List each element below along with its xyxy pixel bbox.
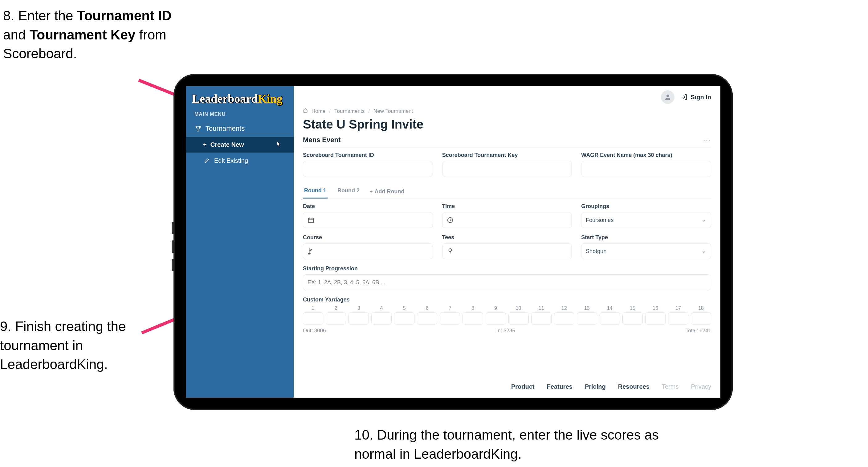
form-grid: Scoreboard Tournament ID Scoreboard Tour… [303,152,711,177]
hole-yardage-input[interactable] [508,312,529,325]
tab-round-2[interactable]: Round 2 [336,184,361,199]
hole-label: 1 [303,305,323,311]
hole-yardage-input[interactable] [645,312,665,325]
starting-progression-input[interactable] [303,274,711,290]
tab-round-1[interactable]: Round 1 [303,184,328,199]
field-label: Custom Yardages [303,296,711,303]
hole-yardage-input[interactable] [394,312,414,325]
more-icon[interactable]: ··· [703,136,711,144]
add-round-button[interactable]: + Add Round [369,188,405,195]
hole-yardage-input[interactable] [668,312,688,325]
hole-yardage-input[interactable] [486,312,506,325]
grand-total: Total: 6241 [686,328,711,334]
trophy-icon [194,125,202,132]
hole-label: 17 [668,305,688,311]
scoreboard-id-input[interactable] [303,161,433,177]
svg-point-0 [666,95,669,97]
field-label: Course [303,234,433,241]
field-label: Date [303,203,433,210]
hole-label: 15 [622,305,643,311]
footer-link[interactable]: Resources [618,383,650,390]
select-value: Shotgun [586,248,607,255]
hole-yardage-input[interactable] [691,312,711,325]
hole-yardage-input[interactable] [463,312,483,325]
hole-label: 16 [645,305,665,311]
hole-yardage-input[interactable] [371,312,392,325]
field-label: Groupings [581,203,711,210]
field-label: Tees [442,234,572,241]
field-tees: Tees [442,234,572,259]
sidebar-item-edit-existing[interactable]: Edit Existing [186,153,293,169]
breadcrumb-separator: / [329,108,331,114]
text-bold: Tournament ID [77,8,172,23]
field-label: Starting Progression [303,265,711,272]
field-label: Time [442,203,572,210]
footer-link-muted[interactable]: Terms [662,383,679,390]
sidebar-item-create-new[interactable]: + Create New [186,137,293,153]
text: and [3,27,30,42]
yardage-headers: 123456789101112131415161718 [303,305,711,311]
footer-link[interactable]: Features [547,383,572,390]
hole-yardage-input[interactable] [600,312,620,325]
logo-text: Leaderboard [192,92,257,105]
scoreboard-key-input[interactable] [442,161,572,177]
hole-yardage-input[interactable] [577,312,597,325]
wagr-input[interactable] [581,161,711,177]
tees-input[interactable] [442,243,572,259]
hole-yardage-input[interactable] [417,312,437,325]
text: 8. Enter the [3,8,77,23]
field-scoreboard-id: Scoreboard Tournament ID [303,152,433,177]
hole-label: 9 [486,305,506,311]
hole-yardage-input[interactable] [348,312,369,325]
start-type-select[interactable]: Shotgun [581,243,711,259]
clock-icon [445,217,455,224]
breadcrumb-tournaments[interactable]: Tournaments [334,108,365,114]
hole-yardage-input[interactable] [554,312,575,325]
user-icon [664,93,672,101]
hole-label: 12 [554,305,575,311]
logo: LeaderboardKing [186,86,293,109]
footer-link[interactable]: Pricing [585,383,606,390]
hole-yardage-input[interactable] [440,312,460,325]
sidebar-item-tournaments[interactable]: Tournaments [186,120,293,137]
hole-label: 6 [417,305,437,311]
hole-label: 7 [440,305,460,311]
sidebar-item-label: Tournaments [206,124,245,133]
round-tabs: Round 1 Round 2 + Add Round [303,184,711,199]
date-input[interactable] [303,212,433,228]
field-scoreboard-key: Scoreboard Tournament Key [442,152,572,177]
select-value: Foursomes [586,217,614,224]
instruction-step-8: 8. Enter the Tournament ID and Tournamen… [3,6,176,63]
field-label: WAGR Event Name (max 30 chars) [581,152,711,158]
hole-yardage-input[interactable] [326,312,346,325]
hole-label: 11 [531,305,552,311]
hole-yardage-input[interactable] [531,312,552,325]
hole-yardage-input[interactable] [622,312,643,325]
breadcrumb-home[interactable]: Home [312,108,326,114]
field-start-type: Start Type Shotgun [581,234,711,259]
hole-yardage-input[interactable] [303,312,323,325]
instruction-step-10: 10. During the tournament, enter the liv… [354,426,662,463]
main-panel: Sign In Home / Tournaments / New Tournam… [293,86,720,398]
course-input[interactable] [303,243,433,259]
groupings-select[interactable]: Foursomes [581,212,711,228]
hole-label: 5 [394,305,414,311]
sign-in-button[interactable]: Sign In [681,94,711,101]
yardage-inputs [303,312,711,325]
avatar[interactable] [661,90,675,104]
plus-icon: + [369,188,373,195]
field-wagr: WAGR Event Name (max 30 chars) [581,152,711,177]
instruction-step-9: 9. Finish creating the tournament in Lea… [0,317,132,374]
footer-link[interactable]: Product [511,383,535,390]
field-label: Start Type [581,234,711,241]
hole-label: 14 [600,305,620,311]
calendar-icon [306,217,315,224]
hole-label: 13 [577,305,597,311]
home-icon [303,108,308,114]
breadcrumb-current: New Tournament [373,108,413,114]
out-total: Out: 3006 [303,328,326,334]
hole-label: 3 [348,305,369,311]
time-input[interactable] [442,212,572,228]
footer-link-muted[interactable]: Privacy [691,383,711,390]
svg-rect-1 [308,218,314,223]
